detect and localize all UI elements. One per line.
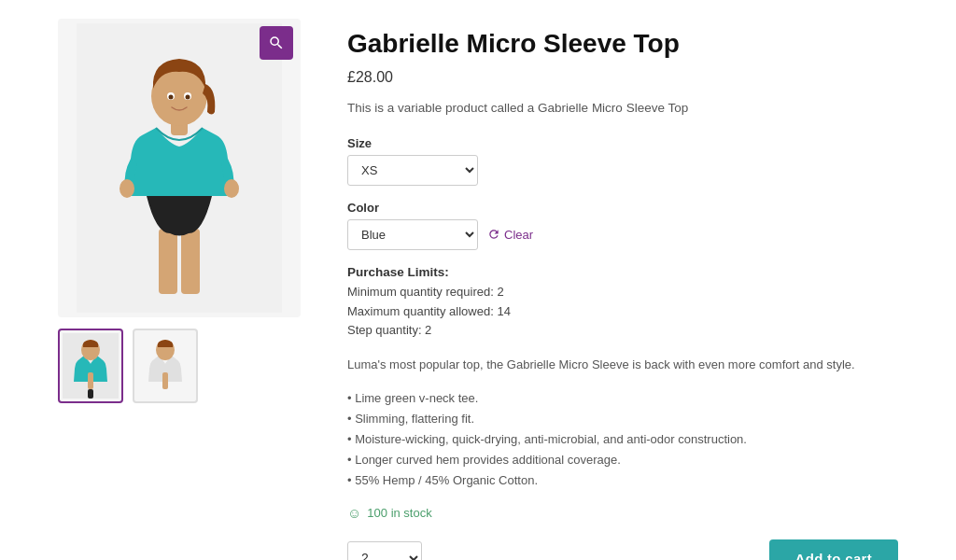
bullet-1: Lime green v-neck tee.: [347, 388, 898, 409]
thumbnail-2[interactable]: [133, 329, 198, 403]
product-details: Gabrielle Micro Sleeve Top £28.00 This i…: [347, 19, 898, 560]
bullet-list: Lime green v-neck tee. Slimming, flatter…: [347, 388, 898, 491]
product-long-desc: Luma's most popular top, the Gabrielle M…: [347, 356, 898, 375]
color-select[interactable]: Blue Green White: [347, 219, 478, 250]
size-label: Size: [347, 136, 898, 150]
svg-rect-1: [159, 229, 177, 294]
stock-text: 100 in stock: [367, 506, 431, 520]
thumbnail-1[interactable]: [58, 329, 123, 403]
zoom-button[interactable]: [260, 26, 293, 60]
main-image: [58, 19, 301, 317]
color-label: Color: [347, 201, 898, 215]
svg-point-10: [186, 95, 190, 100]
clear-button[interactable]: Clear: [487, 228, 533, 242]
svg-point-3: [120, 179, 134, 198]
purchase-limits-title: Purchase Limits:: [347, 265, 898, 279]
thumbnail-1-image: [63, 333, 119, 399]
refresh-icon: [487, 228, 500, 241]
min-qty: Minimum quantity required: 2: [347, 283, 898, 302]
svg-point-4: [224, 179, 239, 198]
product-description: This is a variable product called a Gabr…: [347, 99, 898, 118]
product-title: Gabrielle Micro Sleeve Top: [347, 28, 898, 60]
thumbnail-row: [58, 329, 301, 403]
product-price: £28.00: [347, 69, 898, 86]
svg-rect-2: [181, 229, 200, 294]
product-images: [58, 19, 301, 403]
bullet-3: Moisture-wicking, quick-drying, anti-mic…: [347, 429, 898, 450]
svg-point-9: [169, 95, 174, 100]
size-select[interactable]: XS S M L XL: [347, 155, 478, 186]
bullet-5: 55% Hemp / 45% Organic Cotton.: [347, 470, 898, 491]
cart-row: 2 4 6 8 10 12 14 Add to cart: [347, 539, 898, 561]
stock-icon: ☺: [347, 505, 361, 521]
stock-status: ☺ 100 in stock: [347, 505, 898, 521]
max-qty: Maximum quantity allowed: 14: [347, 302, 898, 322]
thumbnail-2-image: [137, 333, 193, 399]
product-container: Gabrielle Micro Sleeve Top £28.00 This i…: [58, 19, 898, 560]
quantity-select[interactable]: 2 4 6 8 10 12 14: [347, 541, 422, 560]
svg-rect-13: [88, 372, 93, 389]
page-wrapper: Gabrielle Micro Sleeve Top £28.00 This i…: [0, 0, 956, 560]
bullet-2: Slimming, flattering fit.: [347, 409, 898, 429]
search-icon: [268, 35, 285, 51]
clear-label: Clear: [504, 228, 533, 242]
svg-rect-17: [162, 372, 168, 389]
purchase-limits: Purchase Limits: Minimum quantity requir…: [347, 265, 898, 341]
color-row: Blue Green White Clear: [347, 219, 898, 250]
product-main-image: [77, 23, 282, 313]
add-to-cart-button[interactable]: Add to cart: [769, 539, 898, 561]
svg-rect-14: [88, 389, 93, 399]
bullet-4: Longer curved hem provides additional co…: [347, 450, 898, 470]
color-group: Color Blue Green White Clear: [347, 201, 898, 250]
size-group: Size XS S M L XL: [347, 136, 898, 186]
step-qty: Step quantity: 2: [347, 321, 898, 341]
